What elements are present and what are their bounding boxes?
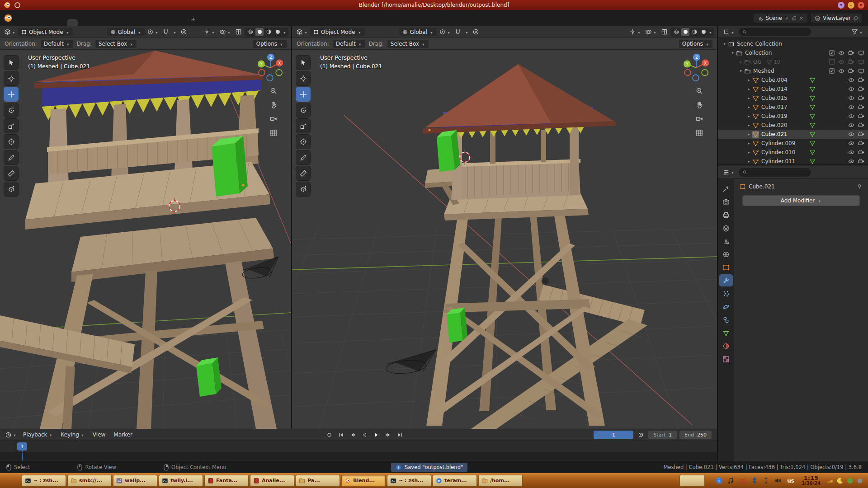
taskbar-window-button[interactable]: Analie... [250, 475, 294, 487]
taskbar-window-button[interactable]: Pa... [296, 475, 340, 487]
viewport-tool-button[interactable] [4, 182, 19, 197]
workspace-tab[interactable] [67, 19, 78, 26]
render-visibility-icon[interactable] [858, 104, 864, 110]
breadcrumb-object-name[interactable]: Cube.021 [749, 183, 775, 190]
viewport-tool-button[interactable] [4, 134, 19, 149]
outliner-item-name[interactable]: Cube.020 [761, 122, 788, 128]
hide-eye-icon[interactable] [848, 158, 854, 164]
leaf-tray-icon[interactable] [846, 477, 854, 484]
taskbar-window-button[interactable]: wallp... [113, 475, 157, 487]
expand-arrow-icon[interactable]: ▾ [722, 42, 727, 46]
outliner-item-name[interactable]: Cube.015 [761, 95, 788, 101]
taskbar-window-button[interactable]: twily.i... [159, 475, 203, 487]
workspace-tab[interactable] [154, 19, 165, 26]
viewport-tool-button[interactable] [296, 103, 311, 117]
orientation-dropdown[interactable]: Default [333, 40, 365, 48]
render-visibility-icon[interactable] [858, 113, 864, 119]
shading-solid-button[interactable] [681, 28, 689, 36]
properties-tab[interactable] [719, 340, 733, 352]
xray-toggle[interactable] [660, 28, 669, 36]
pan-hand-icon[interactable] [269, 101, 278, 109]
render-visibility-icon[interactable] [858, 149, 864, 155]
editor-type-button[interactable] [3, 28, 17, 36]
outliner-item-name[interactable]: Cube.017 [761, 104, 788, 110]
add-workspace-button[interactable]: + [186, 12, 200, 26]
properties-tab[interactable] [719, 327, 733, 339]
drag-dropdown[interactable]: Select Box [387, 40, 429, 48]
outliner-item-name[interactable]: OG [753, 59, 762, 65]
hide-eye-icon[interactable] [838, 50, 844, 56]
jump-to-start-button[interactable] [336, 430, 347, 439]
menubar-menu[interactable] [33, 17, 42, 19]
render-visibility-icon[interactable] [858, 95, 864, 101]
viewport-menu[interactable] [366, 31, 372, 33]
workspace-tab[interactable] [110, 19, 121, 26]
workspace-tab[interactable] [89, 19, 99, 26]
outliner-item-name[interactable]: Cylinder.011 [761, 158, 795, 164]
taskbar-window-button[interactable]: ~ : zsh... [22, 475, 66, 487]
outliner-row[interactable]: ▾ Collection [718, 48, 868, 57]
workspace-tab[interactable] [121, 19, 132, 26]
viewport-menu[interactable] [387, 31, 394, 33]
taskbar-window-button[interactable]: Fanta... [204, 475, 249, 487]
toggle-ortho-icon[interactable] [695, 129, 703, 137]
editor-type-button[interactable] [722, 168, 736, 177]
pin-icon[interactable] [784, 16, 789, 21]
expand-arrow-icon[interactable]: ▸ [746, 150, 752, 155]
snap-settings[interactable] [463, 28, 470, 36]
viewport-menu[interactable] [88, 31, 94, 33]
render-visibility-icon[interactable] [858, 77, 864, 83]
hide-eye-icon[interactable] [838, 59, 844, 65]
properties-tab[interactable] [719, 287, 733, 300]
taskbar-window-button[interactable]: Blend... [341, 475, 386, 487]
expand-arrow-icon[interactable]: ▸ [746, 105, 752, 109]
scene-selector[interactable]: Scene [754, 14, 807, 23]
properties-tab[interactable] [719, 209, 733, 221]
expand-arrow-icon[interactable]: ▸ [738, 60, 744, 64]
overlays-toggle[interactable] [644, 28, 658, 36]
outliner-row[interactable]: ▾ Meshed [718, 66, 868, 75]
menubar-menu[interactable] [42, 17, 51, 19]
outliner-row[interactable]: ▸ Cube.015 [718, 94, 868, 103]
timeline-ruler[interactable]: 1 [0, 441, 717, 453]
viewport-menu[interactable] [81, 31, 87, 33]
transform-orientation-selector[interactable]: Global [107, 28, 145, 36]
outliner-search-input[interactable] [739, 28, 811, 36]
outliner-item-name[interactable]: Cube.004 [761, 77, 788, 83]
expand-arrow-icon[interactable]: ▸ [746, 141, 752, 145]
render-visibility-icon[interactable] [848, 68, 854, 74]
frame-start-field[interactable]: Start1 [648, 431, 677, 439]
hide-eye-icon[interactable] [838, 68, 844, 74]
viewport-menu[interactable] [95, 31, 102, 33]
mode-selector[interactable]: Object Mode [310, 28, 365, 36]
navigation-gizmo[interactable] [681, 52, 712, 83]
viewport-tool-button[interactable] [4, 87, 19, 102]
drag-dropdown[interactable]: Select Box [95, 40, 137, 48]
mode-selector[interactable]: Object Mode [18, 28, 73, 36]
window-menu-button[interactable] [838, 2, 844, 9]
taskbar-window-button[interactable]: /hom... [478, 475, 523, 487]
hide-eye-icon[interactable] [848, 77, 854, 83]
editor-type-button[interactable] [295, 28, 309, 36]
gizmos-toggle[interactable] [628, 28, 642, 36]
expand-arrow-icon[interactable]: ▸ [746, 87, 752, 91]
properties-tab[interactable] [719, 353, 733, 365]
outliner-row[interactable]: ▸ Cube.021 [718, 130, 868, 139]
viewlayer-selector[interactable]: ViewLayer [811, 14, 862, 23]
viewport-tool-button[interactable] [296, 166, 311, 181]
3d-viewport-canvas[interactable]: User Perspective (1) Meshed | Cube.021 [0, 50, 291, 429]
current-frame-field[interactable]: 1 [594, 431, 633, 439]
orientation-dropdown[interactable]: Default [41, 40, 73, 48]
proportional-edit-toggle[interactable] [471, 28, 481, 36]
viewport-menu[interactable] [373, 31, 379, 33]
expand-arrow-icon[interactable]: ▸ [746, 114, 752, 118]
pan-hand-icon[interactable] [695, 101, 703, 109]
outliner-row[interactable]: ▸ Cube.004 [718, 75, 868, 84]
snap-settings[interactable] [171, 28, 178, 36]
playhead[interactable]: 1 [17, 442, 27, 450]
bluetooth-tray-icon[interactable] [750, 477, 758, 484]
proportional-edit-toggle[interactable] [179, 28, 189, 36]
workspace-tab[interactable] [99, 19, 110, 26]
filter-button[interactable] [850, 28, 864, 36]
properties-tab[interactable] [719, 261, 733, 273]
